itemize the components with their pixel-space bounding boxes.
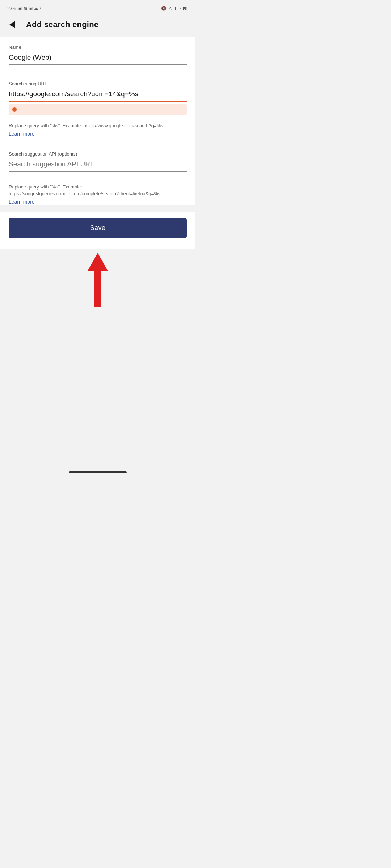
name-input[interactable]	[9, 52, 187, 65]
status-time: 2:05 ▣ ▩ ▣ ☁ •	[7, 6, 42, 11]
search-url-input[interactable]	[9, 89, 187, 102]
status-bar: 2:05 ▣ ▩ ▣ ☁ • 🔇 △ ▮ 79%	[0, 0, 196, 15]
wifi-icon: △	[169, 6, 172, 11]
mute-icon: 🔇	[161, 6, 167, 11]
suggestion-api-field-group: Search suggestion API (optional)	[9, 144, 187, 175]
suggestion-api-input[interactable]	[9, 159, 187, 172]
bottom-nav-bar	[0, 466, 196, 480]
battery-icon: ▮	[174, 6, 177, 11]
search-url-label: Search string URL	[9, 81, 187, 86]
back-button[interactable]	[6, 18, 19, 31]
gap1	[9, 68, 187, 74]
suggestion-api-learn-more[interactable]: Learn more	[9, 199, 187, 205]
save-section: Save	[0, 212, 196, 249]
search-url-field-group: Search string URL	[9, 74, 187, 119]
notification-icon: ▣	[18, 6, 22, 11]
save-button[interactable]: Save	[9, 218, 187, 238]
suggestion-api-help: Replace query with "%s". Example: https:…	[9, 183, 187, 197]
form-content: Name Search string URL Replace query wit…	[0, 37, 196, 205]
name-field-group: Name	[9, 37, 187, 68]
arrow-shaft-icon	[94, 271, 101, 307]
search-url-learn-more[interactable]: Learn more	[9, 131, 187, 137]
page-title: Add search engine	[26, 20, 98, 29]
name-label: Name	[9, 44, 187, 50]
battery-percent: 79%	[179, 6, 188, 11]
app-bar: Add search engine	[0, 15, 196, 37]
error-row	[9, 104, 187, 115]
annotation-area	[0, 249, 196, 343]
status-indicators: 🔇 △ ▮ 79%	[161, 6, 188, 11]
error-dot-icon	[12, 107, 17, 112]
error-message	[19, 107, 75, 112]
empty-space	[0, 343, 196, 466]
back-arrow-icon	[9, 21, 15, 28]
cloud-icon: ☁	[34, 6, 38, 11]
suggestion-api-label: Search suggestion API (optional)	[9, 151, 187, 157]
inbox-icon: ▩	[23, 6, 27, 11]
dot-icon: •	[40, 6, 41, 11]
notification2-icon: ▣	[29, 6, 33, 11]
red-arrow-annotation	[88, 253, 108, 307]
gap2	[9, 175, 187, 180]
arrow-head-icon	[88, 253, 108, 271]
nav-pill	[69, 471, 127, 473]
search-url-help: Replace query with "%s". Example: https:…	[9, 122, 187, 129]
